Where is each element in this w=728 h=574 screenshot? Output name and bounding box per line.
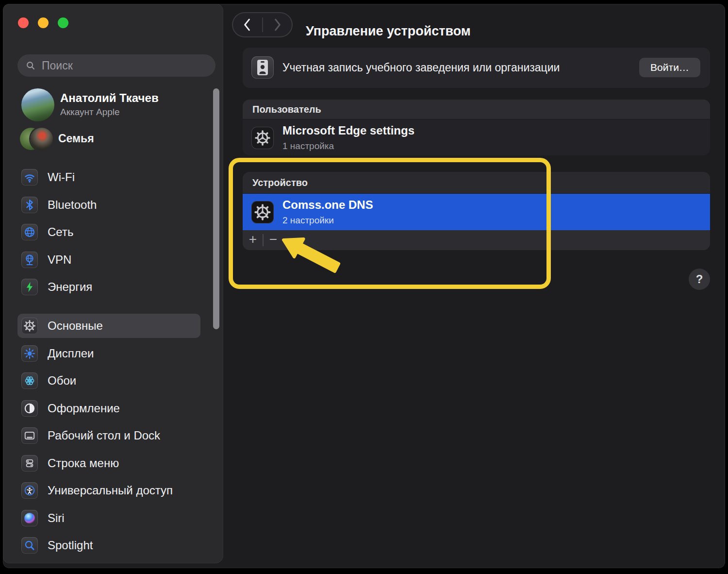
zoom-button[interactable] bbox=[58, 17, 68, 28]
search-icon bbox=[25, 60, 36, 71]
history-nav bbox=[232, 12, 293, 37]
close-button[interactable] bbox=[18, 17, 29, 28]
add-profile-button[interactable]: + bbox=[245, 230, 261, 250]
sidebar-item-label: Рабочий стол и Dock bbox=[48, 430, 160, 441]
school-account-card: Учетная запись учебного заведения или ор… bbox=[243, 48, 710, 88]
forward-button[interactable] bbox=[263, 12, 293, 37]
sidebar-item-wifi[interactable]: Wi-Fi bbox=[17, 165, 200, 189]
profile-title: Comss.one DNS bbox=[282, 199, 373, 211]
user-section-title: Пользователь bbox=[252, 104, 321, 115]
id-badge-icon bbox=[251, 56, 274, 79]
sidebar-item-spotlight[interactable]: Spotlight bbox=[17, 533, 200, 557]
minimize-button[interactable] bbox=[38, 17, 49, 28]
sidebar-item-label: Основные bbox=[48, 320, 103, 332]
sidebar-scrollbar[interactable] bbox=[213, 88, 219, 329]
gear-icon bbox=[21, 318, 38, 334]
vpn-globe-icon bbox=[21, 252, 38, 268]
wifi-icon bbox=[21, 169, 38, 186]
siri-orb-icon bbox=[21, 510, 38, 526]
user-section-header: Пользователь bbox=[243, 100, 710, 119]
sidebar-item-label: Сеть bbox=[48, 226, 73, 238]
profile-name[interactable]: Анатолий Ткачев bbox=[60, 92, 159, 104]
sidebar-item-displays[interactable]: Дисплеи bbox=[17, 341, 200, 366]
profile-title: Microsoft Edge settings bbox=[282, 125, 414, 136]
sidebar-item-accessibility[interactable]: Универсальный доступ bbox=[17, 478, 200, 503]
sidebar-item-label: Wi-Fi bbox=[48, 171, 75, 183]
sidebar-item-siri[interactable]: Siri bbox=[17, 506, 200, 530]
sidebar-item-label: Siri bbox=[48, 512, 65, 524]
chevron-right-icon bbox=[274, 18, 281, 31]
sun-icon bbox=[21, 345, 38, 362]
sidebar-item-label: Spotlight bbox=[48, 540, 93, 551]
sidebar-item-desktop-dock[interactable]: Рабочий стол и Dock bbox=[17, 423, 200, 448]
magnifier-icon bbox=[21, 537, 38, 554]
bluetooth-icon bbox=[21, 197, 38, 213]
sidebar-item-label: Энергия bbox=[48, 281, 92, 293]
footer-divider bbox=[263, 234, 264, 246]
sidebar-item-bluetooth[interactable]: Bluetooth bbox=[17, 193, 200, 217]
family-avatar-2[interactable] bbox=[31, 128, 53, 150]
profile-row-edge[interactable]: Microsoft Edge settings 1 настройка bbox=[243, 120, 710, 155]
device-profiles-card: Устройство Comss.one DNS 2 настройки + − bbox=[243, 172, 710, 250]
search-field[interactable] bbox=[17, 54, 215, 77]
window-dock-icon bbox=[21, 427, 38, 444]
device-section-title: Устройство bbox=[252, 177, 308, 188]
sidebar-item-energy[interactable]: Энергия bbox=[17, 275, 200, 299]
sidebar-item-label: Обои bbox=[48, 375, 76, 387]
half-circle-icon bbox=[21, 400, 38, 417]
sidebar-item-family[interactable]: Семья bbox=[58, 133, 94, 144]
help-button[interactable]: ? bbox=[689, 269, 710, 290]
profile-row-comss-dns-selected[interactable]: Comss.one DNS 2 настройки bbox=[243, 194, 710, 230]
sidebar-item-vpn[interactable]: VPN bbox=[17, 248, 200, 272]
macos-system-settings-screenshot: Анатолий Ткачев Аккаунт Apple Семья Wi-F… bbox=[0, 0, 728, 574]
device-section-header: Устройство bbox=[243, 172, 710, 194]
sidebar-item-label: Строка меню bbox=[48, 457, 119, 469]
sidebar-item-label: VPN bbox=[48, 254, 71, 266]
flower-icon bbox=[21, 372, 38, 389]
sidebar-item-network[interactable]: Сеть bbox=[17, 220, 200, 244]
avatar[interactable] bbox=[21, 88, 54, 121]
profile-gear-icon bbox=[251, 127, 274, 149]
school-account-label: Учетная запись учебного заведения или ор… bbox=[282, 61, 560, 74]
page-title: Управление устройством bbox=[306, 25, 471, 38]
user-profiles-card: Пользователь Microsoft Edge settings 1 н… bbox=[243, 100, 710, 155]
sidebar-item-label: Оформление bbox=[48, 403, 120, 414]
globe-icon bbox=[21, 224, 38, 240]
sign-in-button[interactable]: Войти… bbox=[639, 58, 700, 77]
profile-subtitle: Аккаунт Apple bbox=[60, 107, 120, 117]
chevron-left-icon bbox=[243, 18, 251, 31]
profile-subtitle: 1 настройка bbox=[282, 141, 414, 151]
sidebar-item-wallpaper[interactable]: Обои bbox=[17, 369, 200, 393]
toggles-icon bbox=[21, 455, 38, 472]
search-input[interactable] bbox=[41, 59, 203, 73]
back-button[interactable] bbox=[232, 12, 262, 37]
profiles-list-footer: + − bbox=[243, 230, 710, 250]
sidebar-item-menu-bar[interactable]: Строка меню bbox=[17, 451, 200, 475]
sidebar-item-general[interactable]: Основные bbox=[17, 314, 200, 338]
profile-gear-icon bbox=[251, 201, 274, 223]
lightning-bolt-icon bbox=[21, 279, 38, 295]
sidebar-item-appearance[interactable]: Оформление bbox=[17, 396, 200, 421]
sidebar-item-label: Дисплеи bbox=[48, 348, 94, 359]
profile-subtitle: 2 настройки bbox=[282, 216, 373, 225]
sidebar-item-label: Bluetooth bbox=[48, 199, 97, 211]
accessibility-icon bbox=[21, 482, 38, 499]
remove-profile-button[interactable]: − bbox=[265, 230, 281, 250]
sidebar-item-label: Универсальный доступ bbox=[48, 485, 173, 496]
